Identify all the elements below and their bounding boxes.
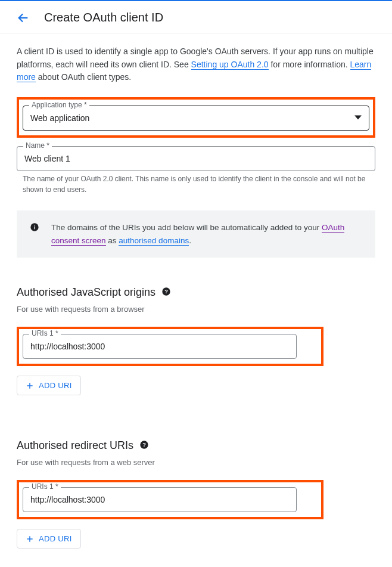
redirect-uri-input[interactable]	[30, 495, 289, 504]
page-header: Create OAuth client ID	[0, 1, 392, 33]
chevron-down-icon	[354, 113, 362, 123]
svg-text:?: ?	[164, 289, 168, 295]
redirect-uris-helper: For use with requests from a web server	[17, 458, 375, 467]
info-banner: The domains of the URIs you add below wi…	[17, 210, 375, 258]
intro-post: about OAuth client types.	[36, 72, 131, 82]
help-icon[interactable]: ?	[161, 287, 171, 298]
name-field-block: Name * The name of your OAuth 2.0 client…	[17, 146, 375, 195]
js-origin-uri-wrap[interactable]: URIs 1 *	[23, 334, 297, 359]
add-js-uri-label: ADD URI	[39, 381, 72, 390]
svg-text:?: ?	[142, 442, 146, 448]
intro-text: A client ID is used to identify a single…	[17, 45, 375, 84]
js-origin-uri-input[interactable]	[30, 342, 289, 351]
add-redirect-uri-label: ADD URI	[39, 534, 72, 543]
name-helper: The name of your OAuth 2.0 client. This …	[17, 171, 375, 195]
name-input-wrap[interactable]: Name *	[17, 146, 375, 171]
back-arrow-icon[interactable]	[17, 11, 30, 24]
svg-rect-3	[34, 225, 35, 225]
redirect-uris-title: Authorised redirect URIs	[17, 439, 133, 452]
banner-mid: as	[106, 236, 119, 245]
app-type-value: Web application	[30, 113, 89, 123]
authorised-domains-link[interactable]: authorised domains	[119, 236, 189, 246]
page-title: Create OAuth client ID	[44, 11, 163, 24]
app-type-highlight: Application type * Web application	[17, 97, 375, 138]
redirect-uri-highlight: URIs 1 *	[17, 480, 323, 519]
js-origin-uri-highlight: URIs 1 *	[17, 327, 323, 366]
banner-pre: The domains of the URIs you add below wi…	[51, 223, 322, 232]
redirect-uri-wrap[interactable]: URIs 1 *	[23, 487, 297, 512]
intro-mid: for more information.	[269, 60, 350, 69]
banner-post: .	[189, 236, 191, 245]
js-origin-uri-label: URIs 1 *	[29, 329, 61, 337]
js-origins-helper: For use with requests from a browser	[17, 305, 375, 314]
info-icon	[30, 222, 39, 234]
info-banner-text: The domains of the URIs you add below wi…	[51, 221, 365, 247]
content-area: A client ID is used to identify a single…	[0, 33, 392, 567]
add-js-origin-uri-button[interactable]: ADD URI	[17, 376, 81, 395]
help-icon[interactable]: ?	[139, 440, 149, 451]
setup-oauth-link[interactable]: Setting up OAuth 2.0	[191, 60, 269, 70]
svg-rect-2	[34, 227, 35, 230]
application-type-select[interactable]: Application type * Web application	[23, 106, 369, 131]
js-origins-title: Authorised JavaScript origins	[17, 286, 155, 299]
name-label: Name *	[23, 141, 52, 150]
js-origins-title-row: Authorised JavaScript origins ?	[17, 286, 375, 299]
add-redirect-uri-button[interactable]: ADD URI	[17, 529, 81, 549]
redirect-uri-label: URIs 1 *	[29, 482, 61, 491]
redirect-uris-title-row: Authorised redirect URIs ?	[17, 439, 375, 452]
app-type-label: Application type *	[29, 101, 89, 109]
name-input[interactable]	[24, 154, 368, 163]
